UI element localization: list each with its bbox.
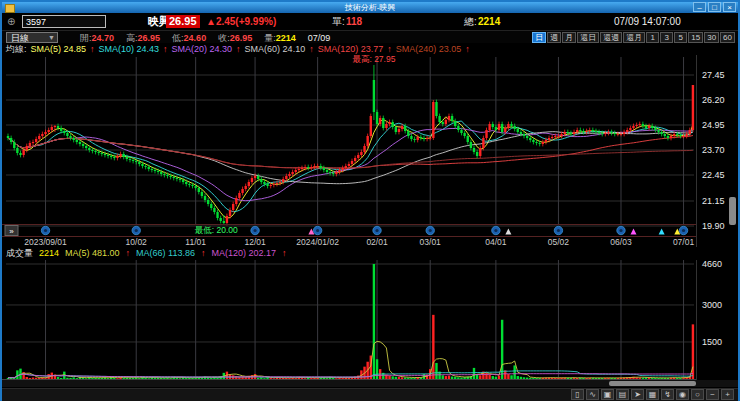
- volume-bar: [107, 378, 109, 379]
- period-button-還週[interactable]: 還週: [600, 32, 622, 43]
- quote-datetime: 07/09 14:07:00: [614, 15, 681, 28]
- ohlc-label: 收:: [218, 33, 230, 43]
- volume-bar: [85, 378, 87, 379]
- candle: [266, 184, 268, 186]
- period-button-15[interactable]: 15: [688, 32, 703, 43]
- candle: [257, 176, 259, 179]
- grid-icon[interactable]: ▦: [646, 389, 659, 400]
- candle: [560, 134, 562, 136]
- vertical-scrollbar-thumb[interactable]: [729, 197, 736, 225]
- ohlc-label: 低:: [172, 33, 184, 43]
- candle: [313, 166, 315, 167]
- event-marker-icon[interactable]: [679, 226, 687, 234]
- title-bar[interactable]: 技術分析-映興 –□×: [2, 2, 738, 13]
- event-marker-icon[interactable]: [313, 226, 321, 234]
- date-axis-label: 02/01: [366, 237, 388, 247]
- ma-legend-item: SMA(10) 24.43: [99, 44, 160, 54]
- event-marker-icon[interactable]: [41, 226, 49, 234]
- volume-bar: [460, 378, 462, 379]
- candle: [307, 167, 309, 168]
- up-arrow-icon: ↑: [309, 44, 314, 54]
- window-title: 技術分析-映興: [345, 3, 396, 12]
- event-marker-icon[interactable]: [373, 226, 381, 234]
- candle: [538, 143, 540, 144]
- volume-bar: [304, 378, 306, 379]
- period-button-週[interactable]: 週: [547, 32, 561, 43]
- chart-line-icon[interactable]: ∿: [586, 389, 599, 400]
- price-axis-label: 21.15: [702, 196, 725, 206]
- candle: [495, 127, 497, 130]
- minimize-button[interactable]: –: [693, 2, 706, 12]
- circle-icon[interactable]: ○: [691, 389, 704, 400]
- up-arrow-icon: ↑: [126, 248, 131, 258]
- zoom-out-icon[interactable]: −: [706, 389, 719, 400]
- candle: [667, 136, 669, 138]
- eye-icon[interactable]: ◉: [676, 389, 689, 400]
- volume-bar: [507, 374, 509, 379]
- candle: [673, 134, 675, 136]
- candle: [601, 133, 603, 134]
- candle: [251, 178, 253, 182]
- up-arrow-icon: ↑: [282, 248, 287, 258]
- ma-legend-item: SMA(20) 24.30: [172, 44, 233, 54]
- event-marker-icon[interactable]: [426, 226, 434, 234]
- price-axis-label: 19.90: [702, 221, 725, 231]
- period-button-1[interactable]: 1: [646, 32, 659, 43]
- period-button-3[interactable]: 3: [660, 32, 673, 43]
- single-volume-label: 單:: [332, 15, 345, 28]
- period-dropdown[interactable]: 日線 ▼: [6, 32, 58, 43]
- alert-triangle-icon[interactable]: [659, 229, 665, 235]
- pointer-icon[interactable]: ➤: [631, 389, 644, 400]
- candle: [316, 166, 318, 167]
- event-marker-icon[interactable]: [251, 226, 259, 234]
- event-marker-icon[interactable]: [554, 226, 562, 234]
- candle: [482, 138, 484, 148]
- candle: [22, 150, 24, 155]
- volume-bar: [532, 378, 534, 379]
- save-icon[interactable]: ▣: [601, 389, 614, 400]
- alert-triangle-icon[interactable]: [631, 229, 637, 235]
- horizontal-scrollbar[interactable]: [2, 380, 738, 387]
- target-icon[interactable]: ⊕: [7, 15, 15, 28]
- candle: [113, 157, 115, 158]
- horizontal-scrollbar-thumb[interactable]: [609, 381, 696, 386]
- symbol-input[interactable]: [22, 15, 106, 28]
- volume-bar: [401, 377, 403, 379]
- volume-bar: [526, 378, 528, 379]
- expand-strip-button[interactable]: »: [5, 226, 18, 236]
- print-icon[interactable]: ▤: [616, 389, 629, 400]
- candle: [263, 182, 265, 184]
- period-button-還月[interactable]: 還月: [623, 32, 645, 43]
- period-button-還日[interactable]: 還日: [577, 32, 599, 43]
- volume-bar: [520, 377, 522, 379]
- date-axis-label: 05/02: [548, 237, 570, 247]
- zoom-in-icon[interactable]: +: [721, 389, 734, 400]
- period-button-月[interactable]: 月: [562, 32, 576, 43]
- volume-bars-layer[interactable]: [7, 264, 694, 379]
- event-marker-icon[interactable]: [132, 226, 140, 234]
- period-button-60[interactable]: 60: [720, 32, 735, 43]
- candle: [166, 175, 168, 176]
- indicator-icon[interactable]: ↯: [661, 389, 674, 400]
- period-button-30[interactable]: 30: [704, 32, 719, 43]
- candle: [348, 164, 350, 166]
- event-marker-icon[interactable]: [492, 226, 500, 234]
- document-icon[interactable]: ▯: [571, 389, 584, 400]
- maximize-button[interactable]: □: [708, 2, 721, 12]
- volume-bar: [310, 378, 312, 379]
- date-axis-label: 11/01: [185, 237, 206, 247]
- alert-triangle-icon[interactable]: [505, 229, 511, 235]
- period-button-日[interactable]: 日: [532, 32, 546, 43]
- event-marker-icon[interactable]: [617, 226, 625, 234]
- volume-bar: [391, 376, 393, 379]
- candle: [198, 188, 200, 192]
- period-dropdown-label: 日線: [11, 33, 29, 43]
- price-chart[interactable]: 27.4526.2024.9523.7022.4521.1519.90最高: 2…: [2, 55, 740, 247]
- candle: [501, 124, 503, 132]
- volume-bar: [116, 378, 118, 379]
- close-button[interactable]: ×: [723, 2, 736, 12]
- period-button-5[interactable]: 5: [674, 32, 687, 43]
- volume-chart[interactable]: 466030001500: [2, 260, 740, 380]
- ohlc-value: 26.95: [230, 33, 253, 43]
- candle: [288, 174, 290, 176]
